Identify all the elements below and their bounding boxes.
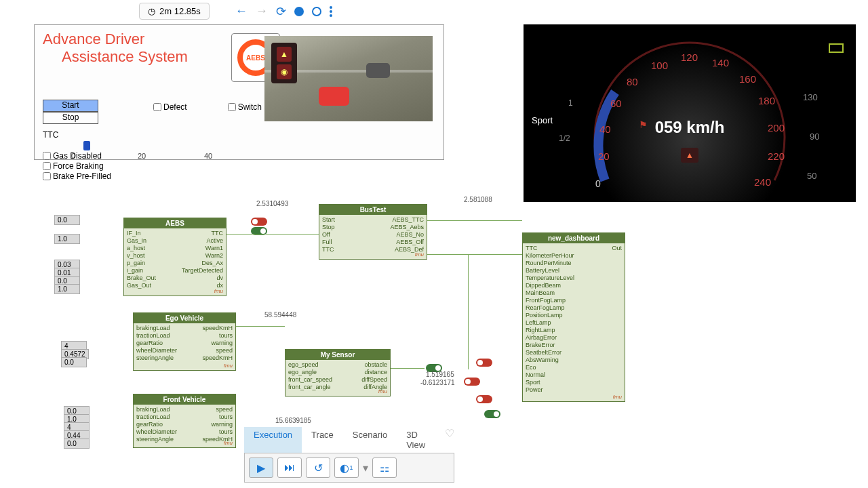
probe-distance: 1.519165	[426, 371, 454, 378]
checkered-flag-icon: ⚑	[639, 119, 648, 130]
record-empty-icon[interactable]	[312, 7, 321, 16]
block-dashboard[interactable]: new_dashboard TTCKilometerPerHourRoundPe…	[522, 232, 625, 402]
defect-label: Defect	[163, 102, 187, 112]
defect-checkbox[interactable]: Defect	[153, 102, 187, 112]
svg-text:240: 240	[754, 176, 771, 188]
block-bustest-title: BusTest	[319, 205, 427, 215]
probe-ego-speed: 58.594448	[264, 311, 296, 319]
dropdown-caret-icon[interactable]: ▾	[363, 462, 368, 474]
block-ego-title: Ego Vehicle	[134, 313, 235, 323]
tab-3dview[interactable]: 3D View	[397, 427, 441, 453]
switch-checkbox[interactable]: Switch	[228, 102, 262, 112]
block-aebs[interactable]: AEBS IF_InGas_Ina_hostv_hostp_gaini_gain…	[123, 218, 226, 296]
speed-readout: 059 km/h	[655, 118, 725, 137]
block-ego[interactable]: Ego Vehicle brakingLoadtractionLoadgearR…	[133, 312, 236, 371]
ttc-thumb[interactable]	[83, 141, 90, 150]
dashboard-gauge: 0 20 40 60 80 100 120 140 160 180 200 22…	[524, 24, 856, 202]
gas-disabled-checkbox[interactable]: Gas Disabled	[43, 151, 111, 161]
warning-indicator-box: ▲◉	[271, 43, 297, 83]
tab-trace[interactable]: Trace	[302, 427, 343, 453]
fmu-tag: fmu	[378, 388, 387, 394]
drive-mode: Sport	[532, 115, 553, 125]
const-5: 1.0	[54, 284, 80, 294]
ttc-tick-1: 20	[138, 152, 146, 160]
probe-aebs-ttc: 2.5310493	[256, 200, 288, 207]
fmu-tag: fmu	[415, 251, 424, 258]
switch-dash-4[interactable]	[484, 410, 500, 418]
timer-pill: ◷ 2m 12.85s	[139, 3, 210, 20]
kebab-menu-icon[interactable]	[330, 6, 332, 17]
tab-scenario[interactable]: Scenario	[343, 427, 397, 453]
play-button[interactable]: ▶	[249, 458, 273, 478]
record-filled-icon[interactable]	[294, 7, 304, 16]
ego-car-icon	[319, 87, 349, 106]
svg-text:130: 130	[803, 92, 818, 102]
block-dash-title: new_dashboard	[523, 233, 625, 243]
svg-text:1/2: 1/2	[559, 134, 570, 143]
svg-text:90: 90	[810, 131, 819, 142]
block-sensor[interactable]: My Sensor ego_speedego_anglefront_car_sp…	[285, 349, 391, 396]
brake-prefilled-label: Brake Pre-Filled	[53, 171, 111, 181]
switch-dash-2[interactable]	[464, 378, 480, 386]
ttc-label: TTC	[43, 130, 58, 140]
top-toolbar: ◷ 2m 12.85s ← → ⟳	[139, 3, 332, 20]
block-diagram[interactable]: 0.0 1.0 0.03 0.01 0.0 1.0 4 0.4572 0.0 0…	[47, 193, 854, 447]
force-braking-label: Force Braking	[53, 161, 104, 171]
probe-front-speed: 15.6639185	[275, 417, 311, 424]
tab-execution[interactable]: Execution	[244, 427, 302, 453]
timer-text: 2m 12.85s	[159, 6, 201, 16]
speed-gauge-button[interactable]: ◐1	[334, 458, 359, 478]
switch-dash-3[interactable]	[476, 395, 492, 403]
stop-button[interactable]: Stop	[43, 112, 98, 124]
const-13: 0.0	[64, 439, 90, 449]
fmu-tag: fmu	[224, 440, 233, 446]
block-aebs-title: AEBS	[124, 218, 226, 228]
ttc-tick-2: 40	[204, 152, 212, 160]
adas-panel: Advance Driver Assistance System AEBS ▲◉…	[34, 24, 444, 160]
fmu-tag: fmu	[224, 363, 233, 369]
fmu-tag: fmu	[214, 288, 223, 294]
svg-text:160: 160	[739, 73, 756, 85]
favorite-icon[interactable]: ♡	[445, 427, 454, 453]
svg-text:200: 200	[768, 122, 785, 134]
svg-text:0: 0	[595, 178, 601, 189]
scene-preview: ▲◉	[264, 36, 433, 121]
front-car-icon	[366, 63, 390, 78]
svg-text:140: 140	[712, 57, 729, 68]
gas-disabled-label: Gas Disabled	[53, 151, 102, 161]
block-bustest[interactable]: BusTest StartStopOffFullTTCAEBS_TTCAEBS_…	[319, 204, 427, 260]
forward-arrow-icon[interactable]: →	[256, 4, 268, 18]
block-front-title: Front Vehicle	[134, 394, 235, 405]
switch-dash-1[interactable]	[476, 359, 492, 367]
svg-text:120: 120	[681, 52, 698, 63]
reset-button[interactable]: ↺	[306, 458, 330, 478]
step-button[interactable]: ⏭	[277, 458, 302, 478]
refresh-icon[interactable]: ⟳	[276, 4, 286, 19]
probe-bus-ttc: 2.581088	[464, 196, 492, 203]
force-braking-checkbox[interactable]: Force Braking	[43, 161, 111, 171]
svg-text:40: 40	[599, 123, 611, 135]
svg-text:180: 180	[758, 95, 775, 106]
battery-icon	[829, 43, 844, 53]
const-0: 0.0	[54, 215, 80, 225]
clock-icon: ◷	[148, 6, 155, 16]
start-button[interactable]: Start	[43, 100, 98, 112]
block-sensor-title: My Sensor	[285, 350, 390, 360]
const-8: 0.0	[61, 357, 87, 367]
svg-text:220: 220	[768, 150, 785, 162]
tab-strip: Execution Trace Scenario 3D View ♡	[244, 427, 454, 453]
block-front[interactable]: Front Vehicle brakingLoadtractionLoadgea…	[133, 394, 236, 448]
exec-toolbar: ▶ ⏭ ↺ ◐1 ▾ ⚏	[244, 453, 454, 483]
brake-prefilled-checkbox[interactable]: Brake Pre-Filled	[43, 171, 111, 181]
bottom-bar: Execution Trace Scenario 3D View ♡ ▶ ⏭ ↺…	[244, 427, 454, 483]
switch-aebs-2[interactable]	[251, 227, 267, 235]
switch-label: Switch	[238, 102, 262, 112]
switch-aebs-1[interactable]	[251, 218, 267, 226]
back-arrow-icon[interactable]: ←	[235, 4, 248, 18]
svg-text:60: 60	[610, 98, 622, 109]
collision-warning-icon: ▲	[681, 148, 698, 163]
const-1: 1.0	[54, 234, 80, 244]
svg-text:80: 80	[627, 76, 638, 87]
svg-text:1: 1	[568, 98, 573, 108]
settings-toggles-button[interactable]: ⚏	[372, 458, 397, 478]
